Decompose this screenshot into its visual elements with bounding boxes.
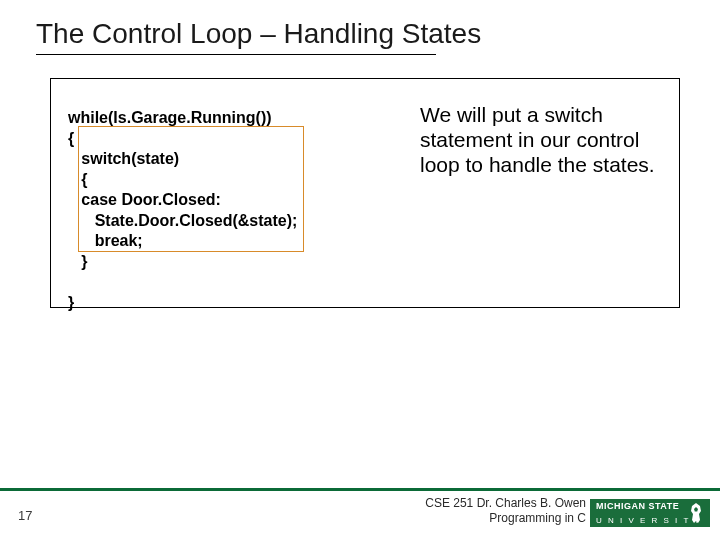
code-line: { bbox=[68, 171, 88, 188]
slide-title: The Control Loop – Handling States bbox=[36, 18, 481, 50]
footer-rule bbox=[0, 488, 720, 491]
code-line: while(Is.Garage.Running()) bbox=[68, 109, 272, 126]
footer-line1: CSE 251 Dr. Charles B. Owen bbox=[425, 496, 586, 511]
code-line: } bbox=[68, 294, 74, 311]
spartan-icon bbox=[686, 502, 706, 524]
code-line: State.Door.Closed(&state); bbox=[68, 212, 297, 229]
code-line: { bbox=[68, 130, 74, 147]
code-line: switch(state) bbox=[68, 150, 179, 167]
footer-line2: Programming in C bbox=[425, 511, 586, 526]
msu-logo-top: MICHIGAN STATE bbox=[596, 501, 679, 511]
code-block: while(Is.Garage.Running()) { switch(stat… bbox=[68, 88, 328, 334]
description-text: We will put a switch statement in our co… bbox=[420, 102, 676, 178]
title-underline bbox=[36, 54, 436, 55]
page-number: 17 bbox=[18, 508, 32, 523]
code-line: case Door.Closed: bbox=[68, 191, 221, 208]
code-line: break; bbox=[68, 232, 143, 249]
slide: The Control Loop – Handling States while… bbox=[0, 0, 720, 540]
msu-logo: MICHIGAN STATE U N I V E R S I T Y bbox=[590, 499, 710, 527]
code-line: } bbox=[68, 253, 88, 270]
footer-credit: CSE 251 Dr. Charles B. Owen Programming … bbox=[425, 496, 586, 526]
